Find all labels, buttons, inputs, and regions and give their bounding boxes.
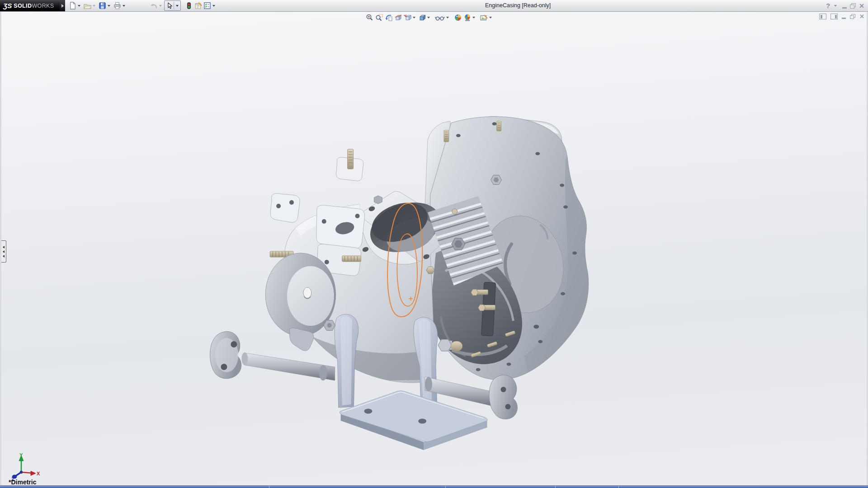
view-orientation-label: *Dimetric bbox=[9, 479, 36, 486]
headsup-view-toolbar bbox=[365, 13, 494, 23]
hide-show-items-glasses-icon bbox=[434, 14, 445, 22]
arrow-right-icon bbox=[61, 4, 64, 8]
display-style-caret[interactable] bbox=[427, 17, 430, 19]
close-button[interactable]: ✕ bbox=[859, 1, 864, 10]
help-dropdown-caret[interactable] bbox=[834, 5, 837, 7]
rebuild-traffic-light-icon bbox=[185, 1, 193, 10]
save-dropdown-caret[interactable] bbox=[108, 5, 110, 7]
restore-icon bbox=[850, 14, 855, 19]
hide-show-items-button[interactable] bbox=[434, 13, 446, 23]
view-settings-caret[interactable] bbox=[489, 17, 492, 19]
solidworks-app: { "titlebar": { "logo_mark": "ƷS", "logo… bbox=[0, 0, 868, 488]
undo-button[interactable] bbox=[149, 1, 158, 10]
restore-button[interactable] bbox=[850, 1, 856, 10]
pane-right-button[interactable] bbox=[830, 14, 838, 19]
reference-triad: Y X Z bbox=[6, 452, 40, 482]
solidworks-logo: ƷS SOLID WORKS bbox=[0, 0, 60, 11]
window-controls: ? ✕ bbox=[826, 0, 864, 11]
graphics-area[interactable]: ✕ Y X Z *Dimetric bbox=[0, 12, 868, 486]
options-button[interactable] bbox=[193, 1, 203, 10]
pane-left-button[interactable] bbox=[819, 14, 826, 19]
view-settings-icon bbox=[480, 14, 488, 22]
new-document-icon bbox=[68, 1, 77, 10]
hide-show-items-caret[interactable] bbox=[446, 17, 449, 19]
open-folder-icon bbox=[83, 1, 92, 10]
section-view-icon bbox=[394, 14, 402, 22]
apply-scene-caret[interactable] bbox=[472, 17, 475, 19]
restore-icon bbox=[850, 3, 856, 9]
logo-solid-text: SOLID bbox=[14, 3, 32, 9]
chevron-left-icon bbox=[3, 250, 5, 253]
window-title: EngineCasing [Read-only] bbox=[485, 2, 551, 9]
chevron-left-icon bbox=[3, 255, 5, 258]
select-divider bbox=[174, 2, 174, 9]
options-notepad-icon bbox=[194, 1, 203, 10]
edit-appearance-ball-icon bbox=[454, 14, 462, 22]
zoom-to-area-button[interactable] bbox=[374, 13, 384, 23]
open-button[interactable] bbox=[83, 1, 92, 10]
section-view-button[interactable] bbox=[393, 13, 403, 23]
triad-y-label: Y bbox=[19, 452, 23, 458]
print-dropdown-caret[interactable] bbox=[123, 5, 125, 7]
previous-view-icon bbox=[385, 14, 393, 22]
help-button[interactable]: ? bbox=[826, 1, 830, 10]
chevron-left-icon bbox=[3, 246, 5, 249]
logo-mark: ƷS bbox=[3, 2, 12, 9]
save-floppy-icon bbox=[98, 1, 107, 10]
edit-appearance-button[interactable] bbox=[453, 13, 462, 23]
apply-scene-ball-icon bbox=[463, 14, 472, 22]
view-settings-button[interactable] bbox=[479, 13, 489, 23]
main-toolbar bbox=[68, 0, 217, 11]
select-cursor-icon bbox=[165, 1, 174, 10]
display-style-button[interactable] bbox=[417, 13, 427, 23]
zoom-to-fit-icon bbox=[366, 14, 374, 22]
select-tool-button[interactable] bbox=[164, 0, 181, 11]
zoom-to-area-icon bbox=[375, 14, 383, 22]
doc-minimize-button[interactable] bbox=[842, 14, 846, 19]
title-bar: ƷS SOLID WORKS bbox=[0, 0, 868, 12]
feature-manager-collapsed-tab[interactable] bbox=[1, 240, 6, 263]
doc-restore-button[interactable] bbox=[850, 14, 855, 19]
print-icon bbox=[113, 1, 122, 10]
minimize-icon bbox=[842, 18, 846, 19]
display-style-cube-icon bbox=[418, 14, 426, 22]
status-bar-edge bbox=[0, 485, 868, 488]
undo-dropdown-caret[interactable] bbox=[159, 5, 162, 7]
logo-works-text: WORKS bbox=[32, 3, 54, 9]
zoom-to-fit-button[interactable] bbox=[365, 13, 374, 23]
pane-left-icon bbox=[819, 14, 826, 19]
print-button[interactable] bbox=[113, 1, 122, 10]
selection-checklist-icon bbox=[203, 1, 212, 10]
save-button[interactable] bbox=[98, 1, 107, 10]
open-dropdown-caret[interactable] bbox=[93, 5, 95, 7]
doc-close-button[interactable]: ✕ bbox=[859, 13, 864, 20]
rebuild-button[interactable] bbox=[184, 1, 193, 10]
engine-casing-model[interactable] bbox=[1, 12, 867, 486]
previous-view-button[interactable] bbox=[384, 13, 393, 23]
view-orientation-cube-icon bbox=[404, 14, 412, 22]
undo-icon bbox=[149, 1, 158, 10]
selection-list-caret[interactable] bbox=[212, 5, 215, 7]
new-dropdown-caret[interactable] bbox=[78, 5, 80, 7]
menu-expand-arrow[interactable] bbox=[60, 0, 65, 11]
new-document-button[interactable] bbox=[68, 1, 77, 10]
document-window-controls: ✕ bbox=[819, 13, 864, 20]
select-dropdown-caret[interactable] bbox=[176, 5, 179, 7]
view-orientation-caret[interactable] bbox=[413, 17, 415, 19]
pane-right-icon bbox=[830, 14, 838, 19]
minimize-icon bbox=[842, 7, 847, 9]
minimize-button[interactable] bbox=[842, 1, 847, 10]
apply-scene-button[interactable] bbox=[462, 13, 472, 23]
view-orientation-button[interactable] bbox=[403, 13, 412, 23]
selection-list-button[interactable] bbox=[203, 1, 212, 10]
triad-x-label: X bbox=[37, 471, 40, 476]
